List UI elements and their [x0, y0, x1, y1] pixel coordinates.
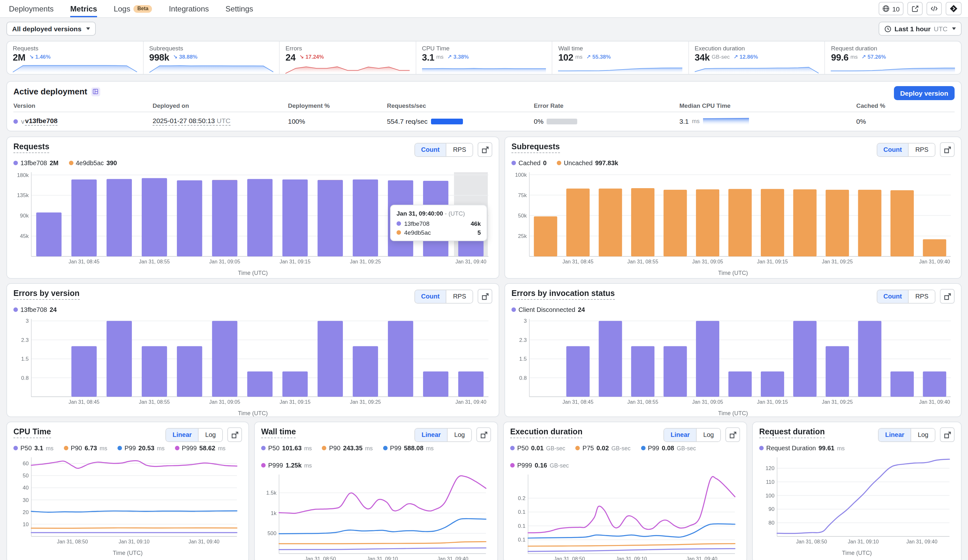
nav-tab-logs[interactable]: LogsBeta	[114, 0, 152, 17]
globe-deployments-button[interactable]: 10	[879, 2, 903, 15]
code-button[interactable]	[927, 2, 942, 15]
legend-unit: ms	[218, 445, 225, 451]
versions-dropdown[interactable]: All deployed versions	[7, 21, 96, 36]
legend-item: P990.08GB-sec	[641, 444, 696, 452]
svg-text:Jan 31, 08:45: Jan 31, 08:45	[562, 259, 593, 264]
svg-text:120: 120	[766, 465, 774, 471]
chart-header: Request durationLinearLog	[759, 427, 955, 441]
toggle-rps[interactable]: RPS	[446, 143, 472, 156]
legend-unit: GB-sec	[546, 445, 565, 451]
code-icon	[930, 5, 938, 12]
chart-legend: P50101.63msP90243.35msP99588.08msP9991.2…	[261, 444, 491, 469]
legend-item: Request Duration99.61ms	[759, 444, 845, 452]
svg-text:Jan 31, 08:45: Jan 31, 08:45	[69, 259, 99, 264]
legend-value: 588.08	[404, 444, 423, 452]
expand-chart-button[interactable]	[227, 427, 242, 442]
chart-plot-cpu_time[interactable]: 605040302010Jan 31, 08:50Jan 31, 09:10Ja…	[13, 453, 242, 549]
workers-playground-button[interactable]	[946, 2, 961, 15]
workers-diamond-icon	[950, 5, 958, 13]
expand-chart-button[interactable]	[476, 427, 491, 442]
nav-tab-label: Logs	[114, 4, 130, 13]
expand-chart-button[interactable]	[725, 427, 740, 442]
chart-plot-wall_time[interactable]: 1.5k1k500Jan 31, 08:50Jan 31, 09:10Jan 3…	[261, 471, 491, 560]
toggle-count[interactable]: Count	[415, 290, 446, 302]
version-link[interactable]: v13fbe708	[25, 117, 58, 126]
toggle-linear[interactable]: Linear	[415, 428, 447, 441]
legend-dot	[641, 446, 645, 450]
toggle-linear[interactable]: Linear	[665, 428, 696, 441]
deployment-detail-icon[interactable]	[91, 87, 100, 96]
globe-icon	[883, 5, 890, 12]
nav-tab-settings[interactable]: Settings	[225, 0, 253, 17]
svg-text:2.3: 2.3	[21, 337, 29, 343]
toggle-rps[interactable]: RPS	[446, 290, 472, 302]
median-cpu-sparkline	[703, 117, 749, 126]
toggle-count[interactable]: Count	[415, 143, 446, 156]
toggle-log[interactable]: Log	[911, 428, 935, 441]
legend-value: 1.25k	[286, 462, 302, 469]
nav-tab-integrations[interactable]: Integrations	[169, 0, 209, 17]
chart-title-execution_duration: Execution duration	[510, 427, 582, 438]
toggle-count[interactable]: Count	[877, 290, 908, 302]
beta-badge: Beta	[133, 5, 152, 12]
svg-text:60: 60	[23, 461, 29, 467]
legend-value: 0	[543, 159, 547, 167]
toggle-linear[interactable]: Linear	[879, 428, 911, 441]
legend-name: P75	[583, 444, 594, 452]
legend-item: P500.01GB-sec	[510, 444, 565, 452]
svg-text:10: 10	[23, 521, 29, 527]
time-range-dropdown[interactable]: Last 1 hour UTC	[878, 21, 961, 36]
request-duration-chart-card: Request durationLinearLogRequest Duratio…	[752, 421, 961, 560]
toggle-log[interactable]: Log	[696, 428, 720, 441]
svg-text:Jan 31, 09:15: Jan 31, 09:15	[757, 259, 788, 264]
expand-chart-button[interactable]	[940, 289, 955, 304]
svg-text:Jan 31, 08:45: Jan 31, 08:45	[69, 399, 99, 405]
svg-text:Jan 31, 09:40: Jan 31, 09:40	[686, 556, 718, 560]
stat-sparkline	[695, 63, 819, 74]
toggle-log[interactable]: Log	[198, 428, 222, 441]
stat-value-line: 998k↘ 38.88%	[149, 52, 273, 63]
toggle-log[interactable]: Log	[447, 428, 471, 441]
nav-tab-deployments[interactable]: Deployments	[9, 0, 54, 17]
svg-text:Jan 31, 09:40: Jan 31, 09:40	[188, 539, 219, 544]
toggle-count[interactable]: Count	[877, 143, 908, 156]
stat-sparkline	[149, 63, 273, 74]
tooltip-title: Jan 31, 09:40:00 - (UTC)	[396, 210, 481, 217]
chart-mode-toggle: LinearLog	[166, 428, 223, 442]
chart-controls: CountRPS	[414, 142, 492, 157]
nav-tab-metrics[interactable]: Metrics	[70, 0, 97, 17]
toggle-linear[interactable]: Linear	[166, 428, 198, 441]
deploy-version-button[interactable]: Deploy version	[893, 86, 955, 100]
svg-text:Jan 31, 08:50: Jan 31, 08:50	[796, 539, 827, 544]
active-deployment-title: Active deployment	[13, 87, 87, 96]
svg-text:Jan 31, 09:05: Jan 31, 09:05	[209, 399, 240, 405]
toggle-rps[interactable]: RPS	[908, 290, 935, 302]
svg-text:Jan 31, 09:25: Jan 31, 09:25	[350, 399, 381, 405]
rps-bar	[431, 118, 462, 124]
chart-plot-request_duration[interactable]: 1201101009080Jan 31, 08:50Jan 31, 09:10J…	[759, 453, 955, 549]
chart-plot-errors_by_invocation_status[interactable]: 32.31.50.8Jan 31, 08:45Jan 31, 08:55Jan …	[511, 315, 955, 410]
expand-chart-button[interactable]	[940, 142, 955, 157]
stat-value-line: 102ms↗ 55.38%	[559, 52, 683, 63]
expand-chart-button[interactable]	[477, 142, 492, 157]
execution-duration-chart-card: Execution durationLinearLogP500.01GB-sec…	[503, 421, 747, 560]
open-external-button[interactable]	[907, 2, 923, 15]
stat-sparkline	[831, 63, 955, 74]
legend-value: 3.1	[35, 444, 43, 452]
chart-plot-execution_duration[interactable]: 0.20.10.10.1Jan 31, 08:50Jan 31, 09:10Ja…	[510, 471, 740, 560]
legend-item: Uncached997.83k	[557, 159, 618, 167]
legend-item: 4e9db5ac390	[69, 159, 117, 167]
expand-chart-button[interactable]	[940, 427, 955, 442]
svg-text:Jan 31, 09:15: Jan 31, 09:15	[280, 399, 311, 405]
toggle-rps[interactable]: RPS	[908, 143, 935, 156]
svg-text:3: 3	[26, 318, 29, 324]
requests-chart-card: RequestsCountRPS13fbe7082M4e9db5ac390180…	[7, 137, 499, 279]
svg-text:45k: 45k	[20, 233, 29, 239]
chart-plot-subrequests[interactable]: 100k75k50k25kJan 31, 08:45Jan 31, 08:55J…	[511, 168, 955, 269]
chart-legend: P503.1msP906.73msP9920.53msP99958.62ms	[13, 444, 242, 452]
expand-icon	[481, 146, 489, 154]
expand-chart-button[interactable]	[477, 289, 492, 304]
stat-value-line: 24↘ 17.24%	[285, 52, 409, 63]
x-axis-title: Time (UTC)	[13, 410, 492, 416]
chart-plot-errors_by_version[interactable]: 32.31.50.8Jan 31, 08:45Jan 31, 08:55Jan …	[13, 315, 492, 410]
